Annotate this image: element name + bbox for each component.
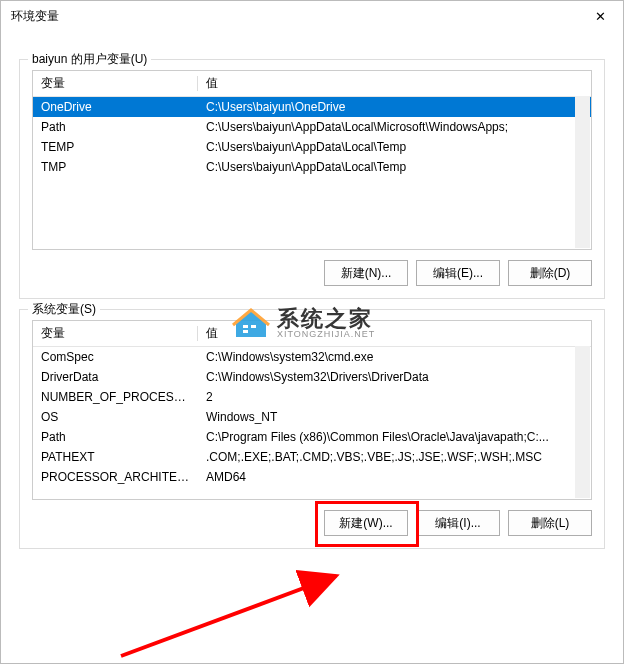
cell-value: C:\Program Files (x86)\Common Files\Orac… <box>198 427 591 447</box>
cell-variable: TMP <box>33 157 198 177</box>
cell-value: C:\Users\baiyun\AppData\Local\Microsoft\… <box>198 117 591 137</box>
cell-value: .COM;.EXE;.BAT;.CMD;.VBS;.VBE;.JS;.JSE;.… <box>198 447 591 467</box>
cell-variable: NUMBER_OF_PROCESSORS <box>33 387 198 407</box>
table-row[interactable]: PathC:\Users\baiyun\AppData\Local\Micros… <box>33 117 591 137</box>
cell-variable: ComSpec <box>33 347 198 368</box>
user-edit-button[interactable]: 编辑(E)... <box>416 260 500 286</box>
cell-variable: PATHEXT <box>33 447 198 467</box>
svg-line-3 <box>121 576 336 656</box>
table-row[interactable]: TEMPC:\Users\baiyun\AppData\Local\Temp <box>33 137 591 157</box>
window-title: 环境变量 <box>11 8 59 25</box>
user-variables-table[interactable]: 变量 值 OneDriveC:\Users\baiyun\OneDrivePat… <box>33 71 591 177</box>
close-button[interactable]: ✕ <box>585 3 615 29</box>
scrollbar[interactable] <box>575 346 590 498</box>
cell-variable: Path <box>33 427 198 447</box>
environment-variables-dialog: 环境变量 ✕ baiyun 的用户变量(U) 变量 值 OneDriveC:\U… <box>0 0 624 664</box>
cell-value: C:\Users\baiyun\AppData\Local\Temp <box>198 157 591 177</box>
col-header-value[interactable]: 值 <box>198 71 591 97</box>
system-new-button[interactable]: 新建(W)... <box>324 510 408 536</box>
system-delete-button[interactable]: 删除(L) <box>508 510 592 536</box>
cell-value: 2 <box>198 387 591 407</box>
table-row[interactable]: ComSpecC:\Windows\system32\cmd.exe <box>33 347 591 368</box>
table-row[interactable]: OneDriveC:\Users\baiyun\OneDrive <box>33 97 591 118</box>
cell-value: C:\Users\baiyun\AppData\Local\Temp <box>198 137 591 157</box>
user-new-button[interactable]: 新建(N)... <box>324 260 408 286</box>
table-row[interactable]: DriverDataC:\Windows\System32\Drivers\Dr… <box>33 367 591 387</box>
cell-value: Windows_NT <box>198 407 591 427</box>
titlebar: 环境变量 ✕ <box>1 1 623 31</box>
cell-variable: OS <box>33 407 198 427</box>
user-variables-table-wrap: 变量 值 OneDriveC:\Users\baiyun\OneDrivePat… <box>32 70 592 250</box>
table-row[interactable]: NUMBER_OF_PROCESSORS2 <box>33 387 591 407</box>
user-variables-group: baiyun 的用户变量(U) 变量 值 OneDriveC:\Users\ba… <box>19 59 605 299</box>
cell-variable: PROCESSOR_ARCHITECT... <box>33 467 198 487</box>
user-buttons-row: 新建(N)... 编辑(E)... 删除(D) <box>32 260 592 286</box>
system-variables-group: 系统变量(S) 变量 值 ComSpecC:\Windows\system32\… <box>19 309 605 549</box>
system-variables-table[interactable]: 变量 值 ComSpecC:\Windows\system32\cmd.exeD… <box>33 321 591 487</box>
cell-variable: Path <box>33 117 198 137</box>
col-header-value[interactable]: 值 <box>198 321 591 347</box>
cell-value: C:\Windows\system32\cmd.exe <box>198 347 591 368</box>
cell-value: C:\Users\baiyun\OneDrive <box>198 97 591 118</box>
table-row[interactable]: OSWindows_NT <box>33 407 591 427</box>
system-variables-table-wrap: 变量 值 ComSpecC:\Windows\system32\cmd.exeD… <box>32 320 592 500</box>
user-delete-button[interactable]: 删除(D) <box>508 260 592 286</box>
system-group-title: 系统变量(S) <box>28 301 100 318</box>
cell-variable: DriverData <box>33 367 198 387</box>
table-row[interactable]: PathC:\Program Files (x86)\Common Files\… <box>33 427 591 447</box>
cell-value: AMD64 <box>198 467 591 487</box>
scrollbar[interactable] <box>575 96 590 248</box>
col-header-variable[interactable]: 变量 <box>33 71 198 97</box>
table-row[interactable]: PATHEXT.COM;.EXE;.BAT;.CMD;.VBS;.VBE;.JS… <box>33 447 591 467</box>
system-buttons-row: 新建(W)... 编辑(I)... 删除(L) <box>32 510 592 536</box>
user-group-title: baiyun 的用户变量(U) <box>28 51 151 68</box>
system-edit-button[interactable]: 编辑(I)... <box>416 510 500 536</box>
cell-value: C:\Windows\System32\Drivers\DriverData <box>198 367 591 387</box>
table-row[interactable]: PROCESSOR_ARCHITECT...AMD64 <box>33 467 591 487</box>
cell-variable: OneDrive <box>33 97 198 118</box>
cell-variable: TEMP <box>33 137 198 157</box>
annotation-arrow <box>101 561 361 661</box>
col-header-variable[interactable]: 变量 <box>33 321 198 347</box>
close-icon: ✕ <box>595 9 606 24</box>
table-row[interactable]: TMPC:\Users\baiyun\AppData\Local\Temp <box>33 157 591 177</box>
